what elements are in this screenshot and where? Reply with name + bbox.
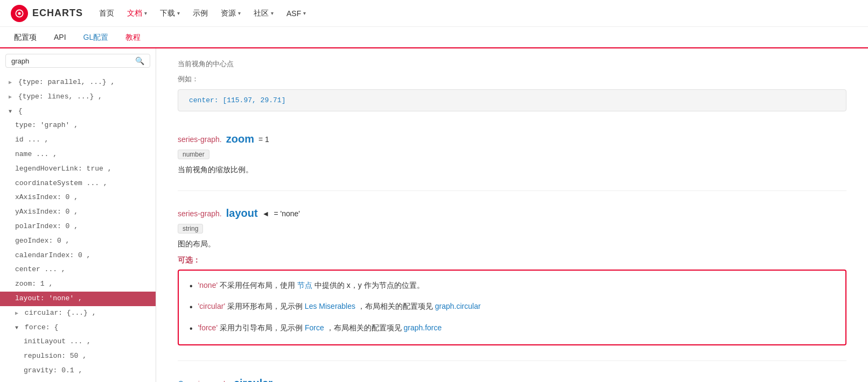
option-circular: • 'circular' 采用环形布局，见示例 Les Miserables ，… bbox=[190, 300, 835, 314]
tree-item-geoindex[interactable]: geoIndex: 0 , bbox=[0, 234, 156, 249]
svg-point-1 bbox=[18, 12, 21, 15]
circular-section: ⊕ series-graph. circular bbox=[178, 361, 846, 382]
sub-nav-config[interactable]: 配置项 bbox=[5, 26, 45, 48]
tree-item-xaxisindex[interactable]: xAxisIndex: 0 , bbox=[0, 190, 156, 205]
sub-nav-api[interactable]: API bbox=[45, 26, 75, 48]
sidebar: 🔍 ▶ {type: parallel, ...} , ▶ {type: lin… bbox=[0, 48, 156, 382]
layout-arrow[interactable]: ◄ bbox=[262, 209, 270, 218]
tree-item-yaxisindex[interactable]: yAxisIndex: 0 , bbox=[0, 205, 156, 220]
zoom-prefix: series-graph. bbox=[178, 135, 222, 144]
zoom-prop-title: series-graph. zoom = 1 bbox=[178, 133, 846, 145]
collapse-arrow-lines: ▶ bbox=[9, 94, 12, 100]
tree-item-edgelength[interactable]: edgeLength: 30 , bbox=[0, 378, 156, 382]
collapse-arrow-circular: ▶ bbox=[15, 310, 18, 316]
example-label: 例如： bbox=[178, 74, 846, 84]
nav-community[interactable]: 社区 ▾ bbox=[254, 6, 274, 20]
tree-item-calendarindex[interactable]: calendarIndex: 0 , bbox=[0, 249, 156, 263]
tree-item-id[interactable]: id ... , bbox=[0, 133, 156, 147]
link-graph-circular[interactable]: graph.circular bbox=[435, 302, 481, 310]
layout-prefix: series-graph. bbox=[178, 209, 222, 218]
sub-nav-tutorial[interactable]: 教程 bbox=[117, 26, 149, 48]
logo-text: ECHARTS bbox=[32, 8, 83, 19]
circular-prefix: series-graph. bbox=[188, 379, 229, 382]
resources-dropdown-arrow: ▾ bbox=[238, 10, 241, 16]
tree-item-parallel[interactable]: ▶ {type: parallel, ...} , bbox=[0, 75, 156, 90]
nav-docs[interactable]: 文档 ▾ bbox=[127, 6, 147, 20]
zoom-description: 当前视角的缩放比例。 bbox=[178, 164, 846, 175]
tree-item-force[interactable]: ▼ force: { bbox=[0, 321, 156, 335]
layout-prop-name: layout bbox=[226, 207, 258, 220]
search-box: 🔍 bbox=[5, 54, 150, 68]
tree-item-legendhoverlink[interactable]: legendHoverLink: true , bbox=[0, 162, 156, 176]
link-les-miserables[interactable]: Les Miserables bbox=[305, 302, 355, 310]
tree-container: ▶ {type: parallel, ...} , ▶ {type: lines… bbox=[0, 73, 156, 382]
sub-nav: 配置项 API GL配置 教程 bbox=[0, 27, 868, 48]
tree-item-name[interactable]: name ... , bbox=[0, 147, 156, 162]
code-example-center: center: [115.97, 29.71] bbox=[178, 89, 846, 111]
search-input[interactable] bbox=[11, 57, 135, 65]
circular-title: ⊕ series-graph. circular bbox=[178, 377, 846, 382]
download-dropdown-arrow: ▾ bbox=[177, 10, 180, 16]
main-nav: 首页 文档 ▾ 下载 ▾ 示例 资源 ▾ 社区 ▾ ASF ▾ bbox=[99, 6, 306, 20]
tree-item-polarindex[interactable]: polarIndex: 0 , bbox=[0, 220, 156, 234]
layout-type-badge: string bbox=[178, 224, 203, 234]
zoom-note: 当前视角的中心点 bbox=[178, 59, 846, 69]
link-node[interactable]: 节点 bbox=[297, 281, 312, 289]
tree-item-graph-root[interactable]: ▼ { bbox=[0, 104, 156, 119]
main-layout: 🔍 ▶ {type: parallel, ...} , ▶ {type: lin… bbox=[0, 48, 868, 382]
layout-section: series-graph. layout ◄ = 'none' string 图… bbox=[178, 191, 846, 360]
expand-arrow-graph: ▼ bbox=[9, 109, 12, 115]
nav-examples[interactable]: 示例 bbox=[193, 6, 208, 20]
header: ECHARTS 首页 文档 ▾ 下载 ▾ 示例 资源 ▾ 社区 ▾ ASF ▾ bbox=[0, 0, 868, 27]
tree-item-initlayout[interactable]: initLayout ... , bbox=[0, 335, 156, 349]
sub-nav-gl[interactable]: GL配置 bbox=[75, 26, 117, 48]
link-graph-force[interactable]: graph.force bbox=[403, 323, 442, 332]
content-area: 当前视角的中心点 例如： center: [115.97, 29.71] ser… bbox=[156, 48, 868, 382]
option-force: • 'force' 采用力引导布局，见示例 Force ，布局相关的配置项见 g… bbox=[190, 322, 835, 336]
tree-item-type[interactable]: type: 'graph' , bbox=[0, 118, 156, 133]
tree-item-lines[interactable]: ▶ {type: lines, ...} , bbox=[0, 90, 156, 104]
zoom-section: 当前视角的中心点 例如： center: [115.97, 29.71] ser… bbox=[178, 48, 846, 191]
collapse-arrow-parallel: ▶ bbox=[9, 80, 12, 86]
circular-prop-name: circular bbox=[234, 377, 272, 382]
bullet-none: • bbox=[190, 279, 193, 293]
link-force[interactable]: Force bbox=[305, 323, 324, 332]
options-box: • 'none' 不采用任何布局，使用 节点 中提供的 x，y 作为节点的位置。… bbox=[178, 270, 846, 345]
zoom-prop-name: zoom bbox=[226, 133, 254, 145]
zoom-type-badge: number bbox=[178, 150, 209, 159]
tree-item-circular[interactable]: ▶ circular: {...} , bbox=[0, 306, 156, 321]
logo-icon bbox=[11, 5, 28, 22]
community-dropdown-arrow: ▾ bbox=[271, 10, 274, 16]
asf-dropdown-arrow: ▾ bbox=[303, 10, 306, 16]
docs-dropdown-arrow: ▾ bbox=[144, 10, 147, 16]
layout-default: = 'none' bbox=[274, 209, 300, 218]
tree-item-repulsion[interactable]: repulsion: 50 , bbox=[0, 349, 156, 364]
options-label: 可选： bbox=[178, 256, 846, 265]
tree-item-gravity[interactable]: gravity: 0.1 , bbox=[0, 364, 156, 378]
nav-resources[interactable]: 资源 ▾ bbox=[221, 6, 241, 20]
tree-item-coordinatesystem[interactable]: coordinateSystem ... , bbox=[0, 176, 156, 191]
option-none: • 'none' 不采用任何布局，使用 节点 中提供的 x，y 作为节点的位置。 bbox=[190, 279, 835, 293]
tree-item-center[interactable]: center ... , bbox=[0, 263, 156, 277]
layout-prop-title: series-graph. layout ◄ = 'none' bbox=[178, 207, 846, 220]
expand-arrow-force: ▼ bbox=[15, 325, 18, 331]
nav-home[interactable]: 首页 bbox=[99, 6, 114, 20]
layout-description: 图的布局。 bbox=[178, 238, 846, 250]
tree-item-zoom[interactable]: zoom: 1 , bbox=[0, 277, 156, 292]
logo: ECHARTS bbox=[11, 5, 83, 22]
bullet-force: • bbox=[190, 322, 193, 336]
circular-expand-icon[interactable]: ⊕ bbox=[178, 379, 184, 382]
zoom-default: = 1 bbox=[258, 135, 269, 144]
search-icon[interactable]: 🔍 bbox=[135, 56, 144, 65]
nav-asf[interactable]: ASF ▾ bbox=[286, 7, 306, 20]
bullet-circular: • bbox=[190, 300, 193, 314]
tree-item-layout[interactable]: layout: 'none' , bbox=[0, 292, 156, 306]
nav-download[interactable]: 下载 ▾ bbox=[160, 6, 180, 20]
